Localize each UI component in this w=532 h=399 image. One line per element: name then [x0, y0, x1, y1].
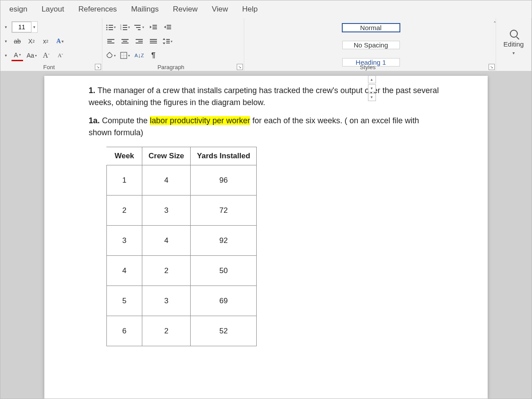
font-dropdown-left[interactable]: ▾: [3, 39, 9, 43]
align-right-icon: [136, 38, 143, 44]
table-row[interactable]: 2 3 72: [107, 196, 257, 226]
cell-crew[interactable]: 4: [142, 226, 191, 256]
cell-week[interactable]: 1: [107, 165, 142, 196]
font-size-dropdown-arrow[interactable]: ▾: [31, 25, 37, 29]
cell-yards[interactable]: 52: [191, 316, 257, 346]
svg-point-2: [106, 27, 108, 28]
tab-design[interactable]: esign: [2, 1, 35, 17]
tab-view[interactable]: View: [205, 1, 235, 17]
cell-crew[interactable]: 2: [142, 316, 191, 346]
svg-rect-27: [136, 39, 143, 40]
subscript-label: X: [28, 38, 32, 45]
cell-crew[interactable]: 2: [142, 256, 191, 286]
numbering-button[interactable]: 123: [119, 21, 131, 33]
tab-review[interactable]: Review: [166, 1, 205, 17]
svg-rect-7: [123, 25, 127, 26]
shrink-font-button[interactable]: Aˇ: [55, 50, 66, 61]
font-name-dropdown-arrow[interactable]: ▾: [3, 25, 9, 29]
svg-rect-12: [134, 25, 141, 26]
strikethrough-button[interactable]: ab: [12, 35, 23, 47]
change-case-button[interactable]: Aa: [26, 50, 38, 61]
svg-rect-30: [150, 39, 157, 40]
cell-week[interactable]: 2: [107, 196, 142, 226]
p2-text-a: Compute the: [102, 116, 150, 125]
find-button[interactable]: [510, 30, 518, 38]
cell-yards[interactable]: 92: [191, 226, 257, 256]
style-normal[interactable]: Normal: [342, 23, 400, 32]
svg-rect-20: [167, 28, 171, 29]
cell-week[interactable]: 4: [107, 256, 142, 286]
font-size-box[interactable]: 11 ▾: [12, 21, 38, 33]
editing-dropdown-arrow[interactable]: ▾: [512, 51, 515, 55]
font-dialog-launcher[interactable]: ↘: [95, 64, 101, 70]
show-hide-button[interactable]: ¶: [148, 50, 159, 61]
shading-button[interactable]: [105, 50, 117, 61]
table-row[interactable]: 1 4 96: [107, 165, 257, 196]
borders-button[interactable]: [119, 50, 131, 61]
styles-scroll-up[interactable]: ▴: [368, 75, 376, 83]
svg-rect-29: [136, 43, 143, 43]
cell-yards[interactable]: 72: [191, 196, 257, 226]
subscript-button[interactable]: X2: [26, 35, 37, 47]
grow-font-button[interactable]: Aˆ: [40, 50, 52, 61]
table-row[interactable]: 4 2 50: [107, 256, 257, 286]
svg-rect-34: [166, 41, 170, 42]
font-size-value[interactable]: 11: [12, 22, 31, 32]
cell-week[interactable]: 6: [107, 316, 142, 346]
table-row[interactable]: 6 2 52: [107, 316, 257, 346]
cell-week[interactable]: 3: [107, 226, 142, 256]
align-center-button[interactable]: [119, 35, 131, 47]
editing-label[interactable]: Editing: [504, 40, 524, 48]
decrease-indent-button[interactable]: [148, 21, 159, 33]
sort-button[interactable]: A↓Z: [133, 50, 145, 61]
styles-scroll-down[interactable]: ▾: [368, 84, 376, 92]
align-right-button[interactable]: [133, 35, 145, 47]
paragraph-1[interactable]: 1. The manager of a crew that installs c…: [89, 85, 443, 109]
cell-crew[interactable]: 3: [142, 196, 191, 226]
multilevel-list-button[interactable]: [133, 21, 145, 33]
cell-yards[interactable]: 50: [191, 256, 257, 286]
tab-references[interactable]: References: [71, 1, 124, 17]
cell-crew[interactable]: 4: [142, 165, 191, 196]
collapse-ribbon-button[interactable]: ˄: [493, 21, 496, 27]
font-color-button[interactable]: A: [12, 50, 23, 61]
ribbon-tabs: esign Layout References Mailings Review …: [0, 0, 532, 18]
search-icon: [510, 30, 518, 38]
svg-text:3: 3: [120, 28, 121, 30]
tab-help[interactable]: Help: [235, 1, 265, 17]
crew-output-table[interactable]: Week Crew Size Yards Installed 1 4 96 2 …: [106, 147, 257, 346]
styles-expand[interactable]: ▾: [368, 93, 376, 101]
text-effects-button[interactable]: A: [54, 35, 66, 47]
font-dropdown-left2[interactable]: ▾: [3, 53, 9, 58]
justify-icon: [150, 38, 157, 44]
align-left-button[interactable]: [105, 35, 117, 47]
justify-button[interactable]: [148, 35, 159, 47]
word-window: esign Layout References Mailings Review …: [0, 0, 532, 399]
table-row[interactable]: 5 3 69: [107, 286, 257, 316]
document-page[interactable]: 1. The manager of a crew that installs c…: [44, 76, 488, 399]
paragraph-1a[interactable]: 1a. Compute the labor productivity per w…: [89, 115, 443, 139]
table-header-row: Week Crew Size Yards Installed: [107, 147, 257, 165]
svg-rect-19: [167, 27, 171, 27]
paragraph-dialog-launcher[interactable]: ↘: [237, 64, 243, 70]
document-area[interactable]: 1. The manager of a crew that installs c…: [0, 71, 532, 399]
style-no-spacing[interactable]: No Spacing: [342, 41, 400, 49]
table-row[interactable]: 3 4 92: [107, 226, 257, 256]
cell-week[interactable]: 5: [107, 286, 142, 316]
styles-dialog-launcher[interactable]: ↘: [489, 64, 495, 70]
editing-group: Editing ▾: [496, 18, 532, 71]
align-center-icon: [121, 38, 129, 44]
cell-crew[interactable]: 3: [142, 286, 191, 316]
bullets-button[interactable]: [105, 21, 117, 33]
svg-rect-18: [167, 25, 171, 26]
line-spacing-button[interactable]: [162, 35, 173, 47]
svg-rect-28: [138, 41, 143, 42]
tab-mailings[interactable]: Mailings: [124, 1, 166, 17]
tab-layout[interactable]: Layout: [35, 1, 71, 17]
cell-yards[interactable]: 69: [191, 286, 257, 316]
increase-indent-button[interactable]: [162, 21, 173, 33]
increase-indent-icon: [164, 24, 171, 30]
cell-yards[interactable]: 96: [191, 165, 257, 196]
superscript-button[interactable]: x2: [40, 35, 51, 47]
svg-rect-15: [153, 25, 157, 26]
